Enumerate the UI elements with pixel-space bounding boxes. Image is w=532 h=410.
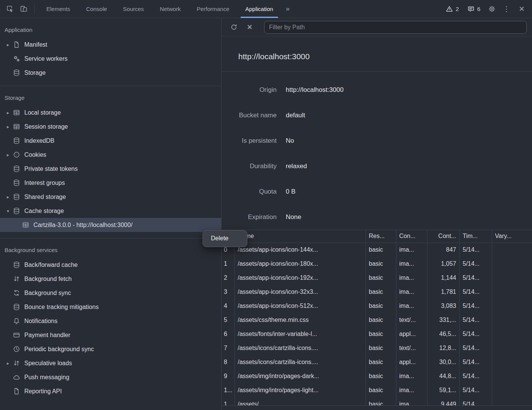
cell-con: ima... [396, 397, 427, 406]
sidebar-item-background-sync[interactable]: Background sync [0, 286, 221, 300]
sidebar-item-periodic-background-sync[interactable]: Periodic background sync [0, 342, 221, 356]
cell-num: 7 [222, 341, 234, 355]
sidebar-item-indexeddb[interactable]: IndexedDB [0, 134, 221, 148]
header-vary[interactable]: Vary... [492, 230, 532, 243]
sidebar-item-shared-storage[interactable]: ▸Shared storage [0, 190, 221, 204]
cell-vary [492, 355, 532, 369]
cell-cont: 59,1... [427, 383, 459, 397]
context-menu-item-delete[interactable]: Delete [205, 232, 245, 245]
database-icon [13, 193, 21, 200]
section-title: Background services [0, 238, 221, 258]
table-row[interactable]: 7/assets/icons/cartzilla-icons....basict… [222, 341, 532, 355]
table-row[interactable]: 5/assets/css/theme.min.cssbasictext/...3… [222, 313, 532, 327]
file-icon [13, 388, 21, 395]
warning-count: 2 [456, 6, 459, 12]
cell-num: 9 [222, 369, 234, 383]
settings-gear-icon[interactable] [485, 2, 499, 16]
sidebar-item-push-messaging[interactable]: Push messaging [0, 370, 221, 384]
sidebar-item-storage[interactable]: Storage [0, 66, 221, 80]
disclosure-collapsed-icon[interactable]: ▸ [5, 110, 11, 115]
sidebar-item-back-forward-cache[interactable]: Back/forward cache [0, 258, 221, 272]
sidebar-section-background-services: Background servicesBack/forward cacheBac… [0, 238, 221, 398]
sidebar-item-notifications[interactable]: Notifications [0, 314, 221, 328]
sidebar-item-background-fetch[interactable]: Background fetch [0, 272, 221, 286]
cell-name: /assets/icons/cartzilla-icons.... [234, 355, 366, 369]
sidebar-item-cookies[interactable]: ▸Cookies [0, 148, 221, 162]
close-devtools-icon[interactable]: ✕ [515, 2, 529, 16]
cell-name: /assets/icons/cartzilla-icons.... [234, 341, 366, 355]
table-row[interactable]: 1/assets/app-icons/icon-180x...basicima.… [222, 257, 532, 271]
cell-vary [492, 369, 532, 383]
cell-name: /assets/app-icons/icon-144x... [234, 243, 366, 257]
more-tabs-icon[interactable]: » [281, 5, 294, 13]
header-time-cached[interactable]: Tim... [459, 230, 492, 243]
sidebar-item-manifest[interactable]: ▸Manifest [0, 38, 221, 52]
table-row[interactable]: 1.../assets/...basicima...9,4495/14... [222, 397, 532, 406]
sidebar-item-reporting-api[interactable]: Reporting API [0, 384, 221, 398]
sidebar-item-interest-groups[interactable]: Interest groups [0, 176, 221, 190]
inspect-element-icon[interactable] [3, 2, 17, 16]
header-name[interactable]: Name [234, 230, 366, 243]
sidebar-item-cache-storage[interactable]: ▾Cache storage [0, 204, 221, 218]
disclosure-collapsed-icon[interactable]: ▸ [5, 194, 11, 200]
cell-num: 1... [222, 383, 234, 397]
table-row[interactable]: 1.../assets/img/intro/pages-light...basi… [222, 383, 532, 397]
sidebar-item-label: Bounce tracking mitigations [24, 304, 99, 311]
cookie-icon [13, 151, 21, 158]
tab-network[interactable]: Network [152, 0, 189, 18]
sidebar-item-speculative-loads[interactable]: ▸Speculative loads [0, 356, 221, 370]
disclosure-collapsed-icon[interactable]: ▸ [5, 124, 11, 129]
clock-icon [13, 345, 21, 353]
disclosure-collapsed-icon[interactable]: ▸ [5, 361, 11, 366]
cell-res: basic [366, 243, 396, 257]
cell-tim: 5/14... [459, 383, 492, 397]
cloud-icon [13, 374, 21, 381]
warnings-badge[interactable]: 2 [442, 5, 462, 13]
sidebar-item-private-state-tokens[interactable]: Private state tokens [0, 162, 221, 176]
cell-name: /assets/app-icons/icon-512x... [234, 299, 366, 313]
table-row[interactable]: 4/assets/app-icons/icon-512x...basicima.… [222, 299, 532, 313]
clear-icon[interactable]: ✕ [243, 20, 256, 34]
database-icon [13, 261, 21, 268]
sidebar-item-service-workers[interactable]: Service workers [0, 52, 221, 66]
refresh-icon[interactable] [227, 20, 241, 34]
header-content-type[interactable]: Con... [396, 230, 427, 243]
device-toolbar-icon[interactable] [17, 2, 30, 16]
cell-cont: 46,5... [427, 327, 459, 341]
sidebar-item-bounce-tracking-mitigations[interactable]: Bounce tracking mitigations [0, 300, 221, 314]
tab-application[interactable]: Application [238, 0, 281, 18]
cell-res: basic [366, 271, 396, 285]
table-row[interactable]: 0/assets/app-icons/icon-144x...basicima.… [222, 243, 532, 257]
cell-num: 3 [222, 285, 234, 299]
table-row[interactable]: 3/assets/app-icons/icon-32x3...basicima.… [222, 285, 532, 299]
table-row[interactable]: 2/assets/app-icons/icon-192x...basicima.… [222, 271, 532, 285]
tab-performance[interactable]: Performance [189, 0, 238, 18]
sidebar-item-label: Cookies [24, 151, 46, 158]
sidebar-item-cartzilla-3-0-0-http-localhost-3000[interactable]: Cartzilla-3.0.0 - http://localhost:3000/ [0, 218, 221, 232]
cell-con: ima... [396, 369, 427, 383]
sidebar-item-local-storage[interactable]: ▸Local storage [0, 106, 221, 120]
table-row[interactable]: 6/assets/fonts/inter-variable-l...basica… [222, 327, 532, 341]
disclosure-expanded-icon[interactable]: ▾ [5, 208, 11, 214]
sidebar-item-label: Back/forward cache [24, 262, 78, 268]
header-content-length[interactable]: Cont... [427, 230, 459, 243]
disclosure-collapsed-icon[interactable]: ▸ [5, 152, 11, 158]
sidebar-item-payment-handler[interactable]: Payment handler [0, 328, 221, 342]
tab-elements[interactable]: Elements [38, 0, 78, 18]
cache-table-body: 0/assets/app-icons/icon-144x...basicima.… [222, 243, 532, 406]
disclosure-collapsed-icon[interactable]: ▸ [5, 42, 11, 47]
cell-con: ima... [396, 299, 427, 313]
cell-tim: 5/14... [459, 257, 492, 271]
filter-by-path-input[interactable] [264, 21, 527, 34]
panel-toolbar: ✕ [222, 18, 532, 36]
tab-sources[interactable]: Sources [115, 0, 152, 18]
meta-label: Quota [222, 188, 277, 196]
issues-badge[interactable]: 6 [464, 5, 484, 13]
sidebar-item-session-storage[interactable]: ▸Session storage [0, 120, 221, 134]
table-row[interactable]: 9/assets/img/intro/pages-dark...basicima… [222, 369, 532, 383]
tab-console[interactable]: Console [78, 0, 115, 18]
kebab-menu-icon[interactable]: ⋮ [499, 2, 514, 16]
cell-name: /assets/... [234, 397, 366, 406]
header-response-type[interactable]: Res... [366, 230, 396, 243]
table-row[interactable]: 8/assets/icons/cartzilla-icons....basica… [222, 355, 532, 369]
